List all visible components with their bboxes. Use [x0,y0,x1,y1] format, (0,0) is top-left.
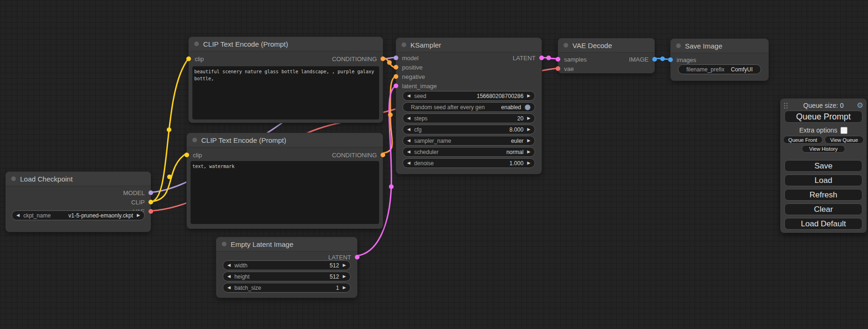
collapse-dot-icon[interactable] [222,242,226,246]
link-midpoint-dot [389,184,394,189]
output-label-latent: LATENT [328,254,351,261]
queue-prompt-button[interactable]: Queue Prompt [784,111,862,123]
decrement-arrow-icon[interactable]: ◀ [407,127,410,132]
extra-options-checkbox[interactable] [840,127,847,134]
queue-front-button[interactable]: Queue Front [783,136,823,144]
node-vae-decode[interactable]: VAE Decode samples IMAGE vae [558,38,655,73]
output-label-clip: CLIP [131,199,145,206]
output-slot-conditioning[interactable] [381,153,385,157]
node-title-bar[interactable]: VAE Decode [558,38,655,53]
node-title-bar[interactable]: CLIP Text Encode (Prompt) [187,133,383,147]
input-slot-clip[interactable] [184,153,189,157]
widget-seed[interactable]: ◀ seed 156680208700286 ▶ [402,91,535,101]
load-default-button[interactable]: Load Default [784,218,862,230]
increment-arrow-icon[interactable]: ▶ [527,161,530,165]
input-slot-samples[interactable] [556,57,560,62]
prompt-text-input[interactable]: beautiful scenery nature glass bottle la… [192,66,379,119]
widget-value: enabled [501,104,521,111]
widget-batch-size[interactable]: ◀ batch_size 1 ▶ [223,283,351,293]
increment-arrow-icon[interactable]: ▶ [527,116,530,120]
output-slot-vae[interactable] [148,209,153,214]
output-slot-image[interactable] [652,57,657,62]
input-label-vae: vae [564,65,574,72]
input-slot-vae[interactable] [556,66,560,71]
output-slot-model[interactable] [148,190,153,195]
widget-ckpt-name[interactable]: ◀ ckpt_name v1-5-pruned-emaonly.ckpt ▶ [12,210,145,220]
toggle-enabled-icon[interactable] [525,105,530,110]
node-empty-latent-image[interactable]: Empty Latent Image LATENT ◀ width 512 ▶ … [216,237,357,298]
widget-value: euler [511,138,523,144]
input-slot-latent-image[interactable] [394,84,398,88]
increment-arrow-icon[interactable]: ▶ [527,150,530,154]
widget-width[interactable]: ◀ width 512 ▶ [223,260,351,270]
view-queue-button[interactable]: View Queue [825,136,864,144]
widget-denoise[interactable]: ◀ denoise 1.000 ▶ [402,158,535,168]
prompt-text-input[interactable]: text, watermark [191,161,379,224]
output-slot-conditioning[interactable] [381,56,385,61]
output-slot-latent[interactable] [539,56,544,60]
output-slot-latent[interactable] [355,255,360,259]
decrement-arrow-icon[interactable]: ◀ [227,263,231,267]
widget-steps[interactable]: ◀ steps 20 ▶ [402,113,535,123]
decrement-arrow-icon[interactable]: ◀ [16,213,20,217]
collapse-dot-icon[interactable] [564,43,568,48]
decrement-arrow-icon[interactable]: ◀ [407,150,410,154]
widget-height[interactable]: ◀ height 512 ▶ [223,272,351,281]
collapse-dot-icon[interactable] [402,42,406,47]
increment-arrow-icon[interactable]: ▶ [527,139,530,143]
save-button[interactable]: Save [784,160,862,172]
decrement-arrow-icon[interactable]: ◀ [227,274,231,279]
increment-arrow-icon[interactable]: ▶ [527,94,530,98]
output-slot-clip[interactable] [148,200,153,204]
increment-arrow-icon[interactable]: ▶ [527,127,530,132]
node-title-bar[interactable]: Empty Latent Image [216,237,357,252]
collapse-dot-icon[interactable] [192,138,197,142]
decrement-arrow-icon[interactable]: ◀ [407,139,410,143]
node-title-bar[interactable]: Save Image [670,39,769,53]
node-title-bar[interactable]: KSampler [396,38,542,52]
node-clip-text-encode-positive[interactable]: CLIP Text Encode (Prompt) clip CONDITION… [189,37,383,123]
input-slot-images[interactable] [668,57,673,62]
widget-label: denoise [414,160,434,167]
input-slot-positive[interactable] [394,65,398,70]
widget-scheduler[interactable]: ◀ scheduler normal ▶ [402,147,535,157]
node-ksampler[interactable]: KSampler model LATENT positive negative … [396,38,542,174]
widget-random-seed-toggle[interactable]: Random seed after every gen enabled [402,102,535,112]
link-midpoint-dot [546,56,551,60]
increment-arrow-icon[interactable]: ▶ [343,274,346,279]
load-button[interactable]: Load [784,175,862,186]
node-title-bar[interactable]: Load Checkpoint [6,172,151,186]
decrement-arrow-icon[interactable]: ◀ [407,116,410,120]
widget-label: scheduler [414,149,438,155]
widget-filename-prefix[interactable]: filename_prefix ComfyUI [678,64,761,74]
decrement-arrow-icon[interactable]: ◀ [227,286,231,290]
widget-value: normal [506,149,523,155]
collapse-dot-icon[interactable] [194,42,199,46]
node-title: Load Checkpoint [20,175,73,183]
decrement-arrow-icon[interactable]: ◀ [407,94,410,98]
widget-label: steps [414,115,428,122]
node-save-image[interactable]: Save Image images filename_prefix ComfyU… [670,39,769,81]
node-clip-text-encode-negative[interactable]: CLIP Text Encode (Prompt) clip CONDITION… [187,133,383,229]
drag-handle-icon[interactable] [783,102,788,109]
extra-options-label: Extra options [799,126,838,134]
widget-cfg[interactable]: ◀ cfg 8.000 ▶ [402,125,535,134]
node-graph-canvas[interactable]: { "icons": { "arrow_left": "◀", "arrow_r… [0,0,868,329]
node-title-bar[interactable]: CLIP Text Encode (Prompt) [189,37,383,51]
input-slot-clip[interactable] [186,56,191,61]
increment-arrow-icon[interactable]: ▶ [137,213,140,217]
refresh-button[interactable]: Refresh [784,189,862,201]
view-history-button[interactable]: View History [802,145,845,153]
increment-arrow-icon[interactable]: ▶ [343,263,346,267]
node-load-checkpoint[interactable]: Load Checkpoint MODEL CLIP VAE ◀ ckpt_na… [6,172,151,232]
input-slot-model[interactable] [394,56,398,60]
collapse-dot-icon[interactable] [11,176,16,181]
settings-gear-icon[interactable]: ⚙ [857,101,863,110]
widget-sampler-name[interactable]: ◀ sampler_name euler ▶ [402,136,535,146]
decrement-arrow-icon[interactable]: ◀ [407,161,410,165]
clear-button[interactable]: Clear [784,203,862,215]
collapse-dot-icon[interactable] [676,43,681,48]
queue-menu-panel: Queue size: 0 ⚙ Queue Prompt Extra optio… [780,98,867,233]
input-slot-negative[interactable] [394,74,398,79]
increment-arrow-icon[interactable]: ▶ [343,286,346,290]
